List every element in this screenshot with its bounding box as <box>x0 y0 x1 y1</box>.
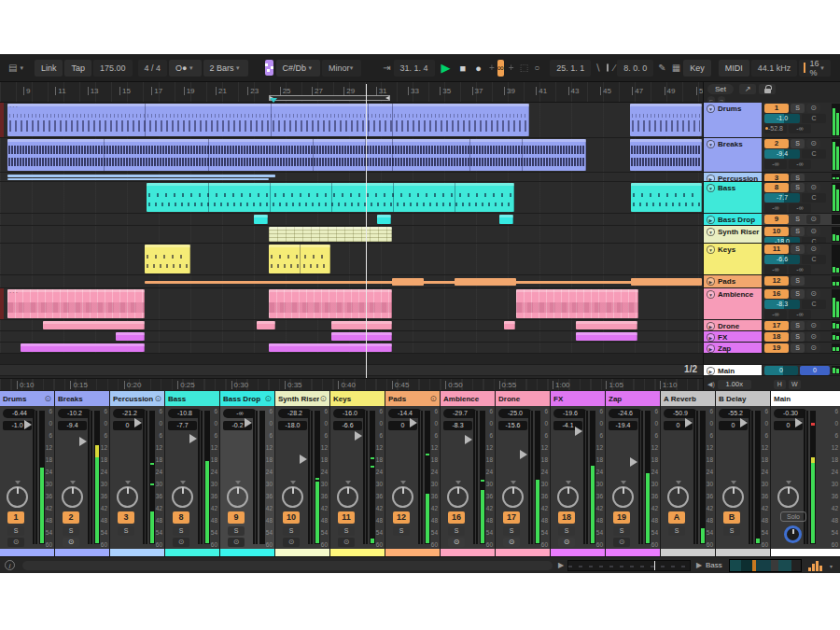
clip-drone[interactable] <box>257 321 275 329</box>
track-number-button[interactable]: 9 <box>764 215 789 224</box>
lane-drone[interactable] <box>0 320 703 331</box>
lane-bass[interactable] <box>0 182 703 214</box>
pan-knob[interactable] <box>62 486 83 508</box>
peak-level-display[interactable]: -21.2 <box>113 409 147 418</box>
volume-field[interactable]: -18.0 <box>278 421 307 430</box>
fader-handle[interactable] <box>465 435 472 444</box>
volume-field[interactable]: -7.7 <box>168 421 197 430</box>
track-name-cell[interactable]: ▼Ambience <box>704 288 762 319</box>
crossfade-strip-b-delay[interactable] <box>716 549 770 556</box>
track-volume-field[interactable]: -8.3 <box>764 300 800 309</box>
solo-button[interactable]: S <box>668 526 685 536</box>
crossfade-strip-fx[interactable] <box>551 549 605 556</box>
quantize-menu[interactable]: O● ▾ <box>169 60 201 77</box>
fader-track[interactable] <box>638 411 643 544</box>
fader-track[interactable] <box>418 411 423 544</box>
solo-button[interactable]: S <box>7 526 24 536</box>
solo-button[interactable]: S <box>791 332 805 342</box>
track-number-button[interactable]: 16 <box>764 289 789 299</box>
crossfade-strip-drone[interactable] <box>496 549 550 556</box>
capture-midi-icon[interactable]: ⬚ <box>517 63 531 73</box>
clip-fx[interactable] <box>576 332 637 341</box>
tempo-field[interactable]: 175.00 <box>93 60 133 77</box>
arm-button[interactable]: ⊙ <box>448 538 465 547</box>
solo-button[interactable]: S <box>791 321 805 330</box>
track-name-cell[interactable]: ▼Breaks <box>704 138 762 172</box>
clip-bass-drop[interactable] <box>377 215 391 224</box>
track-volume-field[interactable]: -1.0 <box>764 114 800 123</box>
track-volume-field[interactable]: -18.0 <box>764 237 800 243</box>
new-midi-button[interactable]: + <box>486 63 497 73</box>
track-name-cell[interactable]: ▶Drone <box>704 320 762 330</box>
peak-level-display[interactable]: -10.2 <box>58 409 91 418</box>
track-number-button[interactable]: 18 <box>764 332 789 342</box>
clip-bass-drop[interactable] <box>254 215 268 224</box>
solo-button[interactable]: S <box>723 526 740 536</box>
send-a-field[interactable]: -∞ <box>764 310 787 319</box>
track-fold-icon[interactable]: ▼ <box>707 140 715 148</box>
fader-track[interactable] <box>363 411 368 544</box>
send-a-field[interactable]: -∞ <box>764 160 787 169</box>
layout-grid-icon[interactable]: ▤ <box>6 63 20 73</box>
automation-arm-button[interactable]: ∞ <box>497 60 504 77</box>
arm-button[interactable]: ⊙ <box>806 183 820 192</box>
track-number-button[interactable]: 11 <box>764 245 789 254</box>
pan-knob[interactable] <box>172 486 193 508</box>
link-button[interactable]: Link <box>35 60 63 77</box>
track-volume-field[interactable]: -9.4 <box>764 149 800 159</box>
track-fold-icon[interactable]: ▼ <box>707 245 715 254</box>
mixer-header-b-delay[interactable]: B Delay <box>716 391 770 406</box>
pan-knob[interactable] <box>282 486 303 508</box>
clip-pads[interactable] <box>455 278 516 286</box>
track-name-cell[interactable]: ▼Drums <box>704 103 762 137</box>
clip-percussion[interactable] <box>7 178 269 180</box>
clip-drums[interactable]: ··· <box>7 104 529 136</box>
layout-caret-icon[interactable]: ▾ <box>20 64 23 72</box>
clip-ambience[interactable] <box>516 289 638 318</box>
lane-synth-riser[interactable] <box>0 226 703 244</box>
lock-icon[interactable] <box>759 84 776 94</box>
track-number-button[interactable]: 11 <box>338 511 355 524</box>
send-b-field[interactable]: -∞ <box>789 310 811 319</box>
arm-button[interactable]: ⊙ <box>806 104 820 113</box>
clip-ambience[interactable]: ··· <box>7 289 145 318</box>
track-name-cell[interactable]: ▼Keys <box>704 244 762 274</box>
fader-handle[interactable] <box>740 418 748 427</box>
solo-button[interactable]: S <box>283 526 300 536</box>
track-name-cell[interactable]: ▶Pads <box>704 275 762 287</box>
loop-brace[interactable] <box>269 95 390 101</box>
track-name-cell[interactable]: ▶Bass Drop <box>704 214 762 225</box>
track-fold-icon[interactable]: ▼ <box>707 290 715 299</box>
width-zoom-button[interactable]: W <box>789 380 801 389</box>
computer-midi-keyboard-icon[interactable]: ▦ <box>669 63 683 73</box>
mixer-header-ambience[interactable]: Ambience <box>441 391 495 406</box>
crossfade-strip-bass-drop[interactable] <box>220 549 274 556</box>
mixer-header-drums[interactable]: Drums⊙ <box>0 391 54 406</box>
crossfade-strip-breaks[interactable] <box>55 549 109 556</box>
key-map-button[interactable]: Key <box>683 60 711 77</box>
crossfade-strip-drums[interactable] <box>0 549 54 556</box>
arm-button[interactable]: ⊙ <box>806 227 820 236</box>
track-fold-icon[interactable]: ▼ <box>707 228 715 236</box>
solo-button[interactable]: S <box>118 526 134 536</box>
clip-synth-riser[interactable] <box>269 227 392 242</box>
track-number-button[interactable]: 2 <box>63 511 79 524</box>
arm-button[interactable]: ⊙ <box>806 245 820 254</box>
solo-button[interactable]: S <box>791 289 805 299</box>
clip-zap[interactable] <box>21 343 145 352</box>
peak-level-display[interactable]: -55.2 <box>719 409 752 418</box>
mixer-header-bass[interactable]: Bass <box>165 391 219 406</box>
track-pan-field[interactable]: C <box>802 300 826 309</box>
fader-track[interactable] <box>693 411 698 544</box>
crossfade-strip-percussion[interactable] <box>110 549 164 556</box>
track-fold-icon[interactable]: ⊙ <box>429 394 437 403</box>
punch-in-icon[interactable]: ∖ <box>593 63 602 73</box>
volume-field[interactable]: -9.4 <box>58 421 87 430</box>
re-enable-automation-button[interactable]: + <box>506 63 517 73</box>
track-number-button[interactable]: 17 <box>503 511 520 524</box>
track-name-cell[interactable]: ▶Zap <box>704 343 762 353</box>
quantize-grid-menu[interactable]: 2 Bars ▾ <box>203 60 248 77</box>
follow-icon[interactable]: ⇥ <box>380 63 393 73</box>
pan-knob[interactable] <box>117 486 138 508</box>
speaker-icon[interactable]: ◀) <box>707 381 715 388</box>
